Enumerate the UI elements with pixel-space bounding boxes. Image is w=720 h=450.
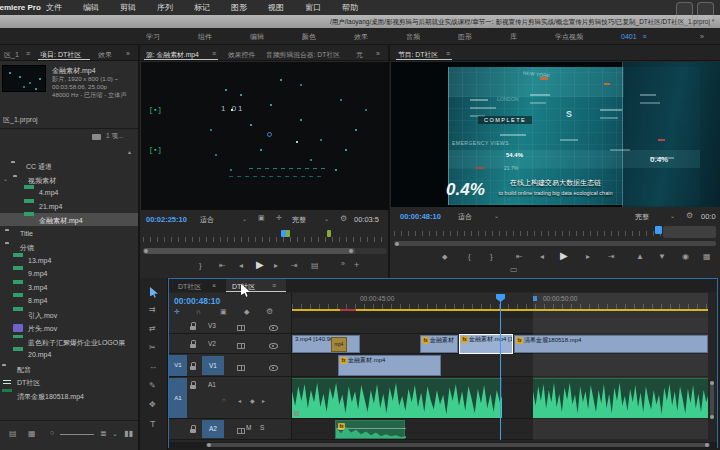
menu-edit[interactable]: 编辑: [83, 2, 99, 13]
metadata-tab[interactable]: 元: [356, 50, 363, 60]
project-item-row[interactable]: Title: [0, 227, 138, 240]
workspace-tab-editing[interactable]: 编辑: [250, 32, 264, 42]
project-item-row[interactable]: 3.mp4: [0, 281, 138, 294]
scroll-handle-bottom[interactable]: [710, 415, 714, 419]
project-overflow-icon[interactable]: »: [126, 50, 130, 57]
play-button[interactable]: ▶: [256, 259, 264, 270]
clip-v2-3mp4[interactable]: 3.mp4 [140.96%]: [292, 335, 360, 353]
menu-sequence[interactable]: 序列: [157, 2, 173, 13]
source-zoom-scrollbar[interactable]: [143, 248, 387, 254]
clip-label[interactable]: 20.mp4: [28, 351, 51, 358]
clip-v2-qingguo[interactable]: fx清果金服180518.mp4: [514, 335, 708, 353]
workspace-tab-video[interactable]: 学点视频: [555, 32, 583, 42]
panel-menu-icon[interactable]: ≡: [272, 282, 276, 289]
workspace-tab-graphics[interactable]: 图形: [458, 32, 472, 42]
track-visibility-icon[interactable]: [269, 365, 278, 371]
export-frame-button[interactable]: ◉: [682, 252, 689, 261]
settings-icon[interactable]: ▣: [258, 214, 265, 222]
extract-button[interactable]: ▼: [658, 252, 666, 261]
project-tab-effects[interactable]: 效果: [98, 50, 112, 60]
go-to-out-button[interactable]: ⇥: [291, 261, 298, 270]
clip-label[interactable]: 片头.mov: [28, 324, 57, 334]
clip-label[interactable]: 13.mp4: [28, 257, 51, 264]
source-ruler[interactable]: [143, 237, 387, 242]
bin-label[interactable]: CC 通道: [26, 162, 52, 172]
mute-button[interactable]: M: [246, 424, 251, 431]
sync-lock-icon[interactable]: [237, 428, 245, 434]
chevron-down-icon[interactable]: ⌄: [324, 215, 329, 222]
clip-label[interactable]: 8.mp4: [28, 297, 47, 304]
bin-label[interactable]: 分镜: [20, 243, 34, 253]
workspace-tab-0401[interactable]: 0401: [621, 33, 637, 40]
track-name[interactable]: A1: [208, 381, 216, 388]
workspace-tab-menu-icon[interactable]: ≡: [643, 33, 647, 40]
expand-chevron-icon[interactable]: ⌄: [3, 175, 8, 182]
hand-tool[interactable]: ✥: [149, 400, 156, 409]
program-playhead[interactable]: [655, 226, 662, 234]
menu-clip[interactable]: 剪辑: [120, 2, 136, 13]
go-to-in-button[interactable]: ⇤: [516, 252, 523, 261]
audio-clip-a2[interactable]: fx: [335, 420, 405, 439]
step-back-button[interactable]: ◂: [540, 252, 544, 261]
insert-button[interactable]: ▤: [311, 261, 319, 270]
workspace-tab-color[interactable]: 颜色: [302, 32, 316, 42]
sort-chevron-icon[interactable]: ⌄: [112, 430, 118, 438]
project-item-row[interactable]: DT社区: [0, 375, 138, 388]
project-item-row[interactable]: 9.mp4: [0, 267, 138, 280]
effect-controls-tab[interactable]: 效果控件: [228, 50, 255, 60]
play-button[interactable]: ▶: [560, 250, 568, 261]
clip-label[interactable]: 4.mp4: [39, 189, 58, 196]
clip-label[interactable]: 21.mp4: [39, 203, 62, 210]
add-edit-icon[interactable]: ✛: [276, 214, 282, 222]
track-name[interactable]: V3: [208, 322, 216, 329]
snap-icon[interactable]: ∩: [196, 308, 201, 315]
add-keyframe-icon[interactable]: ◆: [250, 397, 255, 404]
safe-margins-button[interactable]: ▭: [510, 265, 518, 274]
sync-lock-icon[interactable]: [237, 343, 245, 349]
timeline-timecode[interactable]: 00:00:48:10: [174, 296, 220, 306]
marker-icon[interactable]: ◆: [244, 308, 249, 316]
clip-label[interactable]: 3.mp4: [28, 284, 47, 291]
timeline-settings-icon[interactable]: ⚙: [266, 307, 273, 316]
project-item-row[interactable]: 片头.mov: [0, 321, 138, 334]
transport-overflow-icon[interactable]: »: [341, 260, 345, 267]
pen-tool[interactable]: ✎: [149, 381, 156, 390]
project-item-row[interactable]: 配音: [0, 362, 138, 375]
scrollbar-thumb[interactable]: [206, 443, 710, 447]
audio-clip-a1-left[interactable]: [292, 378, 502, 418]
scroll-handle-left[interactable]: [395, 242, 399, 246]
program-fit-dropdown[interactable]: 适合: [458, 212, 472, 222]
slip-tool[interactable]: ↔: [149, 362, 157, 371]
project-item-row[interactable]: 引入.mov: [0, 308, 138, 321]
lock-icon[interactable]: [190, 362, 197, 370]
bin-label[interactable]: 配音: [17, 365, 31, 375]
solo-button[interactable]: S: [260, 424, 264, 431]
list-view-icon[interactable]: ▤: [9, 429, 17, 438]
project-item-row[interactable]: 8.mp4: [0, 294, 138, 307]
clip-label[interactable]: 蓝色粒子汇聚爆炸企业LOGO展: [28, 338, 125, 348]
insert-marker-icon[interactable]: ✛: [174, 308, 180, 316]
icon-view-icon[interactable]: ▦: [28, 429, 36, 438]
program-quality-dropdown[interactable]: 完整: [635, 212, 649, 222]
clip-v2-jinrong[interactable]: fx金融素材: [420, 335, 458, 353]
list-scroll-up-icon[interactable]: ▴: [128, 148, 131, 155]
lock-icon[interactable]: [190, 322, 197, 330]
project-item-row[interactable]: 分镜: [0, 240, 138, 253]
project-item-row[interactable]: 蓝色粒子汇聚爆炸企业LOGO展: [0, 335, 138, 348]
lift-button[interactable]: ▲: [636, 252, 644, 261]
clip-label[interactable]: 引入.mov: [28, 311, 57, 321]
clip-label[interactable]: 清果金服180518.mp4: [17, 392, 84, 402]
scroll-handle-right[interactable]: [705, 443, 709, 447]
step-forward-button[interactable]: ▸: [586, 252, 590, 261]
new-bin-icon[interactable]: ▮▮: [124, 429, 133, 438]
add-button[interactable]: +: [354, 260, 359, 270]
project-item-row[interactable]: 21.mp4: [0, 200, 138, 213]
type-tool[interactable]: T: [150, 419, 156, 429]
step-forward-button[interactable]: ▸: [274, 261, 278, 270]
menu-graphics[interactable]: 图形: [231, 2, 247, 13]
timeline-tab-1[interactable]: DT社区: [178, 282, 201, 292]
source-fit-dropdown[interactable]: 适合: [200, 215, 214, 225]
track-target-a2[interactable]: A2: [202, 420, 224, 438]
project-item-row[interactable]: 清果金服180518.mp4: [0, 389, 138, 402]
source-patch-v1[interactable]: V1: [169, 355, 187, 376]
